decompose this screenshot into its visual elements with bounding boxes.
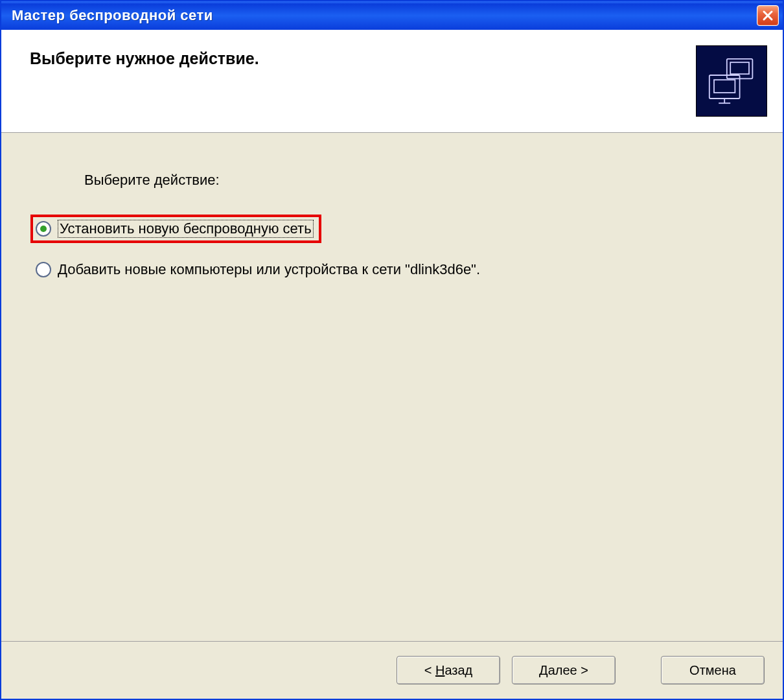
svg-rect-5 [714,80,735,93]
cancel-button[interactable]: Отмена [661,656,765,684]
next-button[interactable]: Далее > [512,656,616,684]
wizard-window: Мастер беспроводной сети Выберите нужное… [0,0,784,700]
back-mnemonic: Н [435,663,444,677]
next-mnemonic: Д [539,663,548,677]
back-prefix: < [424,663,435,677]
radio-option-add-devices[interactable]: Добавить новые компьютеры или устройства… [36,261,744,278]
prompt-label: Выберите действие: [84,172,744,189]
back-button[interactable]: < Назад [397,656,500,684]
radio-indicator-icon [36,221,51,237]
radio-option-new-network[interactable]: Установить новую беспроводную сеть [30,215,321,243]
radio-indicator-icon [36,262,51,277]
radio-label: Добавить новые компьютеры или устройства… [58,261,480,278]
wizard-footer: < Назад Далее > Отмена [1,641,783,699]
next-rest: алее > [548,663,588,677]
wizard-content: Выберите действие: Установить новую бесп… [1,133,783,641]
titlebar: Мастер беспроводной сети [1,1,783,30]
header-banner-icon [696,45,767,117]
close-icon [762,10,774,21]
radio-label: Установить новую беспроводную сеть [58,220,314,238]
window-title: Мастер беспроводной сети [12,7,213,24]
back-rest: азад [444,663,472,677]
button-gap [627,656,649,684]
wizard-header: Выберите нужное действие. [1,30,783,133]
devices-icon [702,52,761,110]
page-title: Выберите нужное действие. [30,45,259,68]
close-button[interactable] [757,5,779,26]
action-radio-group: Установить новую беспроводную сеть Добав… [36,215,744,278]
svg-rect-3 [730,62,749,74]
